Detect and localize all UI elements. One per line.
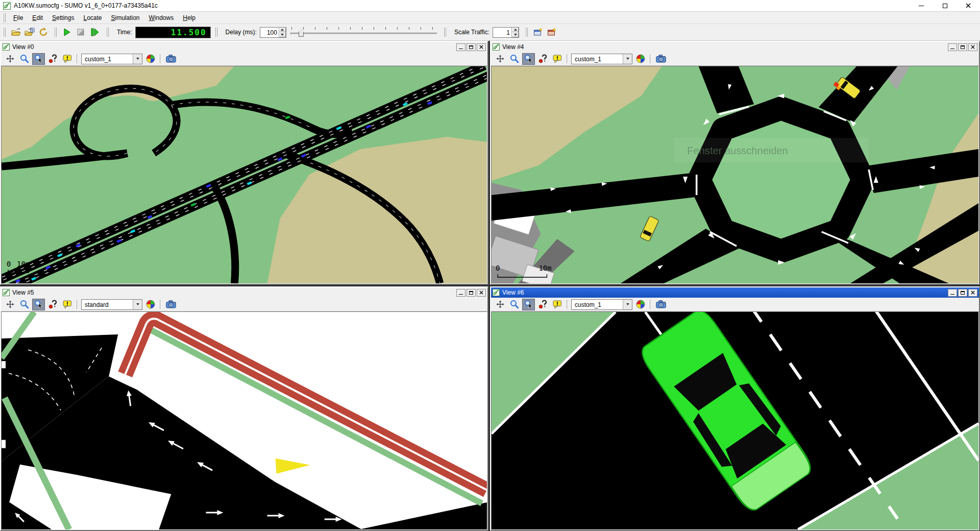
toolbar-grip[interactable] [54, 28, 58, 37]
toolbar-grip[interactable] [444, 28, 447, 37]
color-wheel-button[interactable] [144, 299, 157, 310]
locate-objects-button[interactable] [522, 53, 535, 65]
close-button[interactable] [957, 0, 980, 11]
menubar-grip[interactable] [3, 13, 7, 22]
screenshot-button[interactable] [164, 53, 177, 65]
recenter-view-button[interactable] [494, 53, 506, 65]
menu-windows[interactable]: Windows [144, 12, 179, 23]
view6-maximize-button[interactable] [958, 289, 967, 297]
open-config-button[interactable] [9, 26, 22, 39]
minimize-icon [950, 49, 954, 49]
view4-maximize-button[interactable] [958, 43, 967, 51]
menu-bar: File Edit Settings Locate Simulation Win… [0, 12, 980, 24]
color-wheel-button[interactable] [634, 299, 647, 310]
scale-down-button[interactable] [512, 32, 519, 37]
view5-canvas[interactable] [1, 311, 487, 530]
close-icon [479, 45, 483, 49]
color-scheme-dropdown[interactable]: custom_1 [571, 54, 632, 64]
tooltip-query-button[interactable] [536, 53, 549, 65]
toolbar-separator [159, 54, 162, 63]
close-icon [971, 45, 975, 49]
delay-spinbox[interactable]: 100 [260, 27, 286, 38]
color-wheel-button[interactable] [144, 53, 157, 65]
message-window-button[interactable] [551, 53, 564, 65]
overlay-text: Fenster ausschneiden [687, 145, 788, 156]
toolbar-grip[interactable] [106, 28, 110, 37]
color-scheme-dropdown[interactable]: custom_1 [571, 299, 632, 310]
view6-titlebar[interactable]: View #6 [491, 287, 979, 298]
message-window-button[interactable] [61, 299, 74, 310]
reload-button[interactable] [36, 26, 50, 39]
tooltip-query-button[interactable] [46, 53, 59, 65]
view6-close-button[interactable] [968, 289, 977, 297]
toolbar-grip[interactable] [525, 28, 529, 37]
locate-objects-button[interactable] [522, 299, 535, 310]
view5-maximize-button[interactable] [467, 289, 476, 297]
message-window-button[interactable] [61, 53, 74, 65]
view6-canvas[interactable]: 0 1m [491, 311, 979, 530]
menu-help[interactable]: Help [178, 12, 200, 23]
zoom-button[interactable] [18, 53, 31, 65]
delay-value[interactable]: 100 [260, 28, 279, 37]
dropdown-button[interactable] [623, 54, 632, 64]
color-scheme-dropdown[interactable]: custom_1 [81, 54, 142, 64]
toolbar-grip[interactable] [3, 28, 7, 37]
view0-minimize-button[interactable] [456, 43, 465, 51]
view6-minimize-button[interactable] [948, 289, 957, 297]
dropdown-button[interactable] [133, 300, 142, 309]
zoom-button[interactable] [18, 299, 31, 310]
minimize-icon [459, 49, 463, 49]
screenshot-button[interactable] [654, 299, 667, 310]
view4-minimize-button[interactable] [948, 43, 957, 51]
message-window-button[interactable] [551, 299, 564, 310]
step-button[interactable] [87, 26, 101, 39]
delay-down-button[interactable] [279, 32, 286, 37]
zoom-button[interactable] [508, 299, 521, 310]
view4-canvas[interactable]: Fenster ausschneiden 0 10m [491, 66, 979, 284]
view0-close-button[interactable] [477, 43, 486, 51]
menu-edit[interactable]: Edit [28, 12, 47, 23]
new-3d-view-button[interactable] [545, 26, 558, 39]
screenshot-button[interactable] [654, 53, 667, 65]
scale-traffic-value[interactable]: 1 [493, 28, 511, 37]
new-view-button[interactable] [531, 26, 545, 39]
minimize-button[interactable] [910, 0, 933, 11]
scale-up-button[interactable] [512, 28, 519, 33]
scale-traffic-spinbox[interactable]: 1 [493, 27, 519, 38]
view0-maximize-button[interactable] [467, 43, 476, 51]
locate-objects-button[interactable] [32, 299, 45, 310]
recenter-view-button[interactable] [4, 299, 16, 310]
run-button[interactable] [60, 26, 74, 39]
view4-close-button[interactable] [968, 43, 977, 51]
delay-slider[interactable] [289, 26, 438, 39]
dropdown-button[interactable] [133, 54, 142, 64]
slider-thumb[interactable] [299, 30, 304, 37]
stop-button[interactable] [74, 26, 87, 39]
color-scheme-value: standard [82, 300, 133, 309]
screenshot-button[interactable] [164, 299, 177, 310]
open-network-button[interactable] [22, 26, 36, 39]
dropdown-button[interactable] [623, 300, 632, 309]
delay-up-button[interactable] [279, 28, 286, 33]
tooltip-query-button[interactable] [46, 299, 59, 310]
view5-minimize-button[interactable] [456, 289, 465, 297]
view4-titlebar[interactable]: View #4 [491, 42, 979, 52]
view0-canvas[interactable]: 0 10m [1, 66, 487, 284]
recenter-view-button[interactable] [494, 299, 506, 310]
tooltip-query-button[interactable] [536, 299, 549, 310]
zoom-button[interactable] [508, 53, 521, 65]
menu-simulation[interactable]: Simulation [106, 12, 144, 23]
menu-locate[interactable]: Locate [79, 12, 106, 23]
chevron-down-icon [136, 58, 139, 60]
recenter-view-button[interactable] [4, 53, 16, 65]
view5-close-button[interactable] [477, 289, 486, 297]
color-wheel-button[interactable] [634, 53, 647, 65]
color-scheme-dropdown[interactable]: standard [81, 299, 142, 310]
toolbar-grip[interactable] [215, 28, 218, 37]
locate-objects-button[interactable] [32, 53, 45, 65]
menu-settings[interactable]: Settings [47, 12, 79, 23]
maximize-button[interactable] [933, 0, 957, 11]
view0-titlebar[interactable]: View #0 [1, 42, 487, 52]
menu-file[interactable]: File [9, 12, 28, 23]
view5-titlebar[interactable]: View #5 [1, 287, 487, 298]
